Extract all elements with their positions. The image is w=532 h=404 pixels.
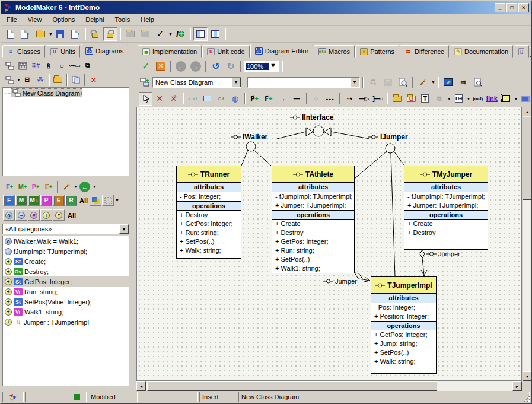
- delete-model-button[interactable]: ✕̂: [167, 92, 180, 106]
- visibility-default-toggle[interactable]: o: [3, 209, 15, 221]
- filter-fields-toggle[interactable]: F: [3, 195, 15, 206]
- shape-style-dropdown[interactable]: ▼: [514, 97, 518, 101]
- menu-options[interactable]: Options: [47, 15, 80, 24]
- use-case-diagram-button[interactable]: ○: [55, 59, 68, 72]
- member-list-item[interactable]: +VrWalk1: string;: [3, 307, 129, 317]
- layout-panels-button[interactable]: [193, 27, 208, 41]
- detail-button[interactable]: ◰: [381, 75, 395, 89]
- operation-row[interactable]: + Jump: string;: [371, 339, 436, 348]
- dependency-button[interactable]: ⇢: [343, 92, 356, 106]
- redo-button[interactable]: ↻: [224, 59, 238, 73]
- attribute-row[interactable]: + Position: Integer;: [371, 312, 436, 321]
- sequence-diagram-button[interactable]: [16, 59, 29, 72]
- diagram-list-button[interactable]: +: [138, 75, 152, 89]
- tab-partial[interactable]: ▯: [514, 45, 529, 58]
- hyperlink-button[interactable]: link: [485, 92, 499, 106]
- association-button[interactable]: →: [276, 92, 289, 106]
- undo-button[interactable]: ↺: [209, 59, 223, 73]
- tab-diagram-editor[interactable]: 品Diagram Editor: [250, 44, 313, 58]
- panel-splitter[interactable]: [131, 58, 136, 389]
- ijumper-circle[interactable]: [386, 144, 395, 153]
- tab-unit-code[interactable]: uUnit code: [202, 45, 249, 58]
- member-list-item[interactable]: -fJumpImpl: TJumperImpl;: [3, 246, 129, 256]
- tab-diagrams[interactable]: 品Diagrams: [81, 44, 128, 58]
- attribute-row[interactable]: - Pos: Integer;: [177, 192, 241, 201]
- interface-label-ijumper[interactable]: IJumper: [368, 133, 408, 141]
- ijumper-tathlete-line[interactable]: [355, 151, 387, 179]
- collaboration-diagram-button[interactable]: ꝸ: [42, 59, 55, 72]
- member-list-item[interactable]: +StSetPos(Value: Integer);: [3, 297, 129, 307]
- horizontal-scrollbar[interactable]: ◄ ►: [136, 381, 522, 391]
- symbol-dropdown[interactable]: ▼: [350, 78, 359, 87]
- class-header[interactable]: TJumperImpl: [371, 277, 436, 294]
- tab-patterns[interactable]: ☼Patterns: [355, 45, 399, 58]
- slide-show-button[interactable]: [518, 92, 532, 106]
- filter-all-label[interactable]: All: [79, 197, 88, 204]
- add-unit-view-button[interactable]: ⊟: [21, 73, 34, 87]
- add-event-button[interactable]: E+: [42, 180, 55, 193]
- new-project-button[interactable]: [4, 27, 18, 41]
- container-button[interactable]: ◌: [310, 92, 323, 106]
- wizard-button[interactable]: [60, 180, 73, 193]
- zoom-combo[interactable]: 100% ▼: [244, 61, 279, 72]
- generalization-arrowhead[interactable]: [306, 128, 313, 136]
- tree-item-new-class-diagram[interactable]: ···· New Class Diagram: [3, 88, 129, 98]
- print-preview-button[interactable]: [471, 75, 485, 89]
- scroll-left-button[interactable]: ◄: [136, 381, 146, 391]
- open-in-window-button[interactable]: ⬈: [441, 75, 455, 89]
- member-list-item[interactable]: +VrRun: string;: [3, 287, 129, 297]
- open-diagram-button[interactable]: [52, 73, 65, 87]
- wizard-dropdown[interactable]: ▼: [74, 184, 78, 189]
- apply-checks-button[interactable]: ✓: [153, 27, 167, 41]
- open-project-button[interactable]: ➤: [18, 27, 33, 41]
- unlock-button[interactable]: [88, 27, 103, 41]
- menu-file[interactable]: File: [1, 15, 23, 24]
- history-forward-button[interactable]: →: [189, 59, 203, 73]
- operation-row[interactable]: + Create: [404, 220, 488, 228]
- add-method-button[interactable]: M+: [16, 180, 29, 193]
- dashed-line-button[interactable]: ---: [323, 92, 337, 106]
- delete-shape-button[interactable]: ✕: [153, 92, 167, 106]
- menu-delphi[interactable]: Delphi: [80, 15, 109, 24]
- implements-button[interactable]: ]—○: [371, 92, 384, 106]
- operation-row[interactable]: + SetPos(..): [371, 348, 436, 357]
- generalization-arrowhead[interactable]: [324, 128, 331, 136]
- menu-help[interactable]: Help: [135, 15, 160, 24]
- member-list-item[interactable]: +StCreate;: [3, 256, 129, 266]
- operation-row[interactable]: + SetPos(..): [177, 237, 241, 246]
- line-button[interactable]: —: [290, 92, 304, 106]
- tab-documentation[interactable]: ✎Documentation: [450, 45, 513, 58]
- tab-classes[interactable]: ≡Classes: [2, 45, 45, 58]
- operation-row[interactable]: + SetPos(..): [272, 255, 354, 264]
- ijumper-tjumperimpl-line[interactable]: [391, 153, 395, 276]
- delete-diagram-button[interactable]: ✕: [87, 73, 100, 87]
- iwalker-trunner-line[interactable]: [241, 150, 248, 166]
- locate-in-model-button[interactable]: I: [173, 27, 187, 41]
- uml-class-tathlete[interactable]: TAthleteattributes- fJumpImpl: TJumperIm…: [272, 166, 355, 273]
- uml-class-trunner[interactable]: TRunnerattributes- Pos: Integer;operatio…: [176, 166, 241, 259]
- scroll-down-button[interactable]: ▼: [523, 371, 532, 381]
- operation-row[interactable]: + Run: string;: [177, 228, 241, 237]
- operation-row[interactable]: + GetPos: Integer;: [177, 220, 241, 228]
- selection-mode-toggle[interactable]: [102, 195, 114, 206]
- visibility-private-toggle[interactable]: −: [15, 209, 27, 221]
- maximize-button[interactable]: □: [506, 3, 517, 12]
- operation-row[interactable]: + Create: [272, 220, 354, 228]
- class-header[interactable]: TAthlete: [272, 166, 354, 183]
- show-images-toggle[interactable]: [90, 195, 101, 206]
- version-out-button[interactable]: [138, 27, 152, 41]
- aggregation-label[interactable]: Jumper: [426, 250, 460, 257]
- class-diagram-button[interactable]: [3, 59, 16, 72]
- categories-combo[interactable]: «All categories» ▼: [2, 224, 129, 234]
- add-property-shape-button[interactable]: P⃗+: [248, 92, 262, 106]
- paste-shape-button[interactable]: ⧉: [432, 92, 446, 106]
- categories-dropdown[interactable]: ▼: [119, 224, 129, 234]
- attribute-row[interactable]: + Jumper: TJumperImpl;: [272, 201, 354, 210]
- iwalker-tathlete-line[interactable]: [254, 150, 271, 166]
- resize-grip[interactable]: [523, 395, 530, 402]
- minimize-button[interactable]: _: [495, 3, 505, 12]
- ocl-button[interactable]: (ocl): [471, 92, 485, 106]
- tab-macros[interactable]: «!»Macros: [314, 45, 355, 58]
- filter-events-toggle[interactable]: E: [53, 195, 65, 206]
- diagram-name-combo[interactable]: New Class Diagram ▼: [152, 77, 241, 88]
